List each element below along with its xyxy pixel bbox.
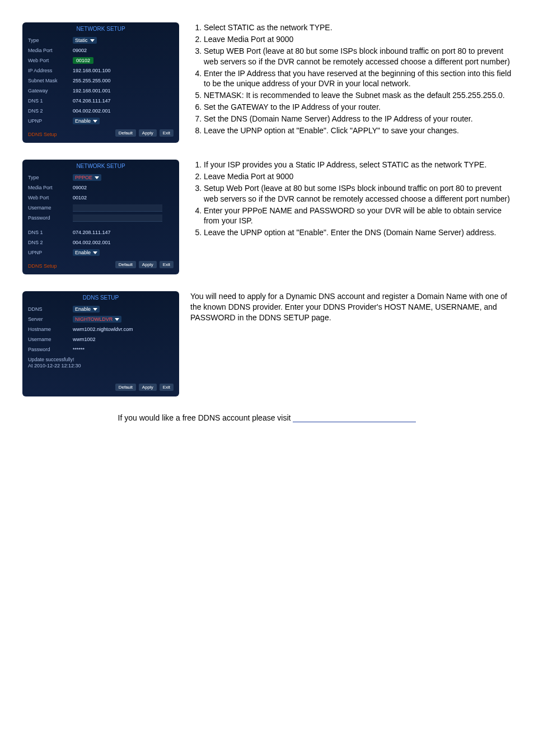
upnp-dropdown[interactable]: Enable: [73, 249, 100, 256]
row-label: DNS 2: [28, 240, 73, 245]
default-button[interactable]: Default: [115, 129, 136, 137]
dns2-value[interactable]: 004.002.002.001: [73, 108, 111, 114]
network-setup-panel-pppoe: NETWORK SETUP Type PPPOE Media Port09002…: [22, 160, 179, 274]
web-port-value[interactable]: 00102: [73, 195, 87, 200]
type-dropdown[interactable]: Static: [73, 37, 97, 44]
paragraph: You will need to apply for a Dynamic DNS…: [190, 291, 512, 323]
exit-button[interactable]: Exit: [160, 129, 174, 137]
row-label: Gateway: [28, 88, 73, 94]
list-item: NETMASK: It is recommended to leave the …: [204, 90, 512, 101]
list-item: Leave Media Port at 9000: [204, 34, 512, 45]
list-item: Enter the IP Address that you have reser…: [204, 68, 512, 90]
password-field[interactable]: [73, 214, 162, 222]
row-label: Hostname: [28, 326, 73, 332]
default-button[interactable]: Default: [115, 384, 136, 391]
apply-button[interactable]: Apply: [139, 129, 157, 137]
list-item: Enter your PPPoE NAME and PASSWORD so yo…: [204, 206, 512, 227]
ddns-setup-panel: DDNS SETUP DDNS Enable Server NIGHTOWLDV…: [22, 291, 179, 396]
chevron-down-icon: [90, 39, 95, 42]
ip-address-value[interactable]: 192.168.001.100: [73, 68, 111, 73]
chevron-down-icon: [95, 176, 99, 179]
list-item: Setup Web Port (leave at 80 but some ISP…: [204, 183, 512, 204]
row-label: Media Port: [28, 48, 73, 53]
row-label: Type: [28, 175, 73, 180]
list-item: Leave the UPNP option at "Enable". Enter…: [204, 227, 512, 238]
row-label: UPNP: [28, 118, 73, 124]
list-item: Leave the UPNP option at "Enable". Click…: [204, 125, 512, 136]
row-label: Web Port: [28, 58, 73, 63]
exit-button[interactable]: Exit: [160, 261, 174, 268]
ddns-instructions: You will need to apply for a Dynamic DNS…: [190, 291, 512, 396]
default-button[interactable]: Default: [115, 261, 136, 268]
hostname-field[interactable]: wwm1002.nightowldvr.com: [73, 326, 133, 332]
row-label: Username: [28, 205, 73, 211]
media-port-value[interactable]: 09002: [73, 185, 87, 190]
row-label: Subnet Mask: [28, 78, 73, 83]
ddns-setup-link[interactable]: DDNS Setup: [28, 263, 57, 269]
list-item: If your ISP provides you a Static IP Add…: [204, 160, 512, 170]
update-status: Update successfully! At 2010-12-22 12:12…: [28, 357, 174, 369]
chevron-down-icon: [93, 120, 97, 123]
password-field[interactable]: ******: [73, 347, 85, 352]
network-setup-panel-static: NETWORK SETUP Type Static Media Port0900…: [22, 22, 179, 143]
web-port-value[interactable]: 00102: [73, 57, 93, 64]
list-item: Setup WEB Port (leave at 80 but some ISP…: [204, 46, 512, 67]
username-field[interactable]: [73, 204, 162, 212]
row-label: DNS 2: [28, 108, 73, 114]
ddns-setup-link[interactable]: DDNS Setup: [28, 132, 57, 137]
exit-button[interactable]: Exit: [160, 384, 174, 391]
row-label: Type: [28, 38, 73, 43]
dns2-value[interactable]: 004.002.002.001: [73, 240, 111, 245]
panel-title: NETWORK SETUP: [28, 26, 174, 32]
apply-button[interactable]: Apply: [139, 261, 157, 268]
row-label: Username: [28, 337, 73, 342]
dns1-value[interactable]: 074.208.111.147: [73, 98, 111, 104]
server-dropdown[interactable]: NIGHTOWLDVR: [73, 316, 121, 323]
row-label: DNS 1: [28, 98, 73, 104]
ddns-enable-dropdown[interactable]: Enable: [73, 306, 100, 312]
row-label: Server: [28, 316, 73, 322]
chevron-down-icon: [93, 308, 97, 311]
list-item: Leave Media Port at 9000: [204, 171, 512, 182]
row-label: Web Port: [28, 195, 73, 200]
row-label: Password: [28, 215, 73, 221]
row-label: DDNS: [28, 306, 73, 312]
static-instructions: Select STATIC as the network TYPE. Leave…: [190, 22, 512, 143]
row-label: Password: [28, 347, 73, 352]
list-item: Select STATIC as the network TYPE.: [204, 22, 512, 33]
blank-field: [293, 422, 416, 422]
row-label: Media Port: [28, 185, 73, 190]
row-label: IP Address: [28, 68, 73, 73]
upnp-dropdown[interactable]: Enable: [73, 118, 100, 124]
username-field[interactable]: wwm1002: [73, 337, 96, 342]
subnet-mask-value[interactable]: 255.255.255.000: [73, 78, 111, 83]
dns1-value[interactable]: 074.208.111.147: [73, 230, 111, 235]
gateway-value[interactable]: 192.168.001.001: [73, 88, 111, 94]
panel-title: NETWORK SETUP: [28, 163, 174, 169]
pppoe-instructions: If your ISP provides you a Static IP Add…: [190, 160, 512, 274]
chevron-down-icon: [93, 251, 97, 254]
row-label: DNS 1: [28, 230, 73, 235]
chevron-down-icon: [115, 318, 119, 321]
apply-button[interactable]: Apply: [139, 384, 157, 391]
list-item: Set the GATEWAY to the IP Address of you…: [204, 102, 512, 113]
type-dropdown[interactable]: PPPOE: [73, 174, 101, 181]
list-item: Set the DNS (Domain Name Server) Address…: [204, 114, 512, 124]
row-label: UPNP: [28, 250, 73, 255]
panel-title: DDNS SETUP: [28, 295, 174, 301]
media-port-value[interactable]: 09002: [73, 48, 87, 53]
footer-text: If you would like a free DDNS account pl…: [22, 413, 512, 422]
